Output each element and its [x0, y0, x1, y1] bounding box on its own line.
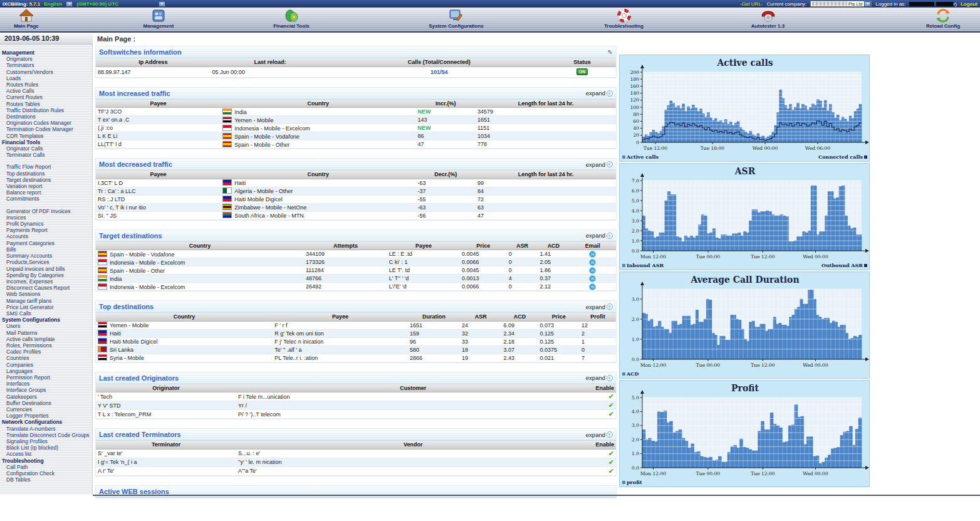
sidebar-item-originator-calls[interactable]: Originator Calls — [0, 145, 92, 152]
sidebar-item-terminators[interactable]: Terminators — [0, 62, 92, 68]
table-row: 88.99.97.14705 Jun 00:00101/54ON — [96, 66, 616, 77]
sidebar-item-loads[interactable]: Loads — [0, 75, 92, 82]
edit-icon[interactable]: ✎ — [608, 49, 613, 56]
flag-icon-spain — [222, 141, 232, 147]
sidebar-item-roles-permissions[interactable]: Roles, Permissions — [0, 342, 92, 349]
sidebar-item-sms-calls[interactable]: SMS Calls — [0, 310, 92, 317]
sidebar-item-incomes-expenses[interactable]: Incomes, Expenses — [0, 278, 92, 285]
company-select[interactable]: Pte Ltd▾ — [810, 1, 872, 7]
sidebar-item-permission-report[interactable]: Permission Report — [0, 374, 92, 381]
sidebar-item-interfaces[interactable]: Interfaces — [0, 381, 92, 387]
sidebar-item-disconnect-causes-report[interactable]: Disconnect Causes Report — [0, 285, 92, 291]
company-dropdown-icon[interactable]: ▾ — [864, 1, 871, 7]
sidebar-item-black-list-ip-blocked-[interactable]: Black List (Ip blocked) — [0, 445, 92, 451]
sidebar-item-countries[interactable]: Countries — [0, 355, 92, 361]
expand-link[interactable]: expand» — [586, 161, 613, 168]
email-icon[interactable]: ✉ — [589, 259, 596, 266]
expand-link[interactable]: expand» — [586, 374, 613, 381]
sidebar-item-price-list-generator[interactable]: Price List Generator — [0, 304, 92, 310]
sidebar-item-terminator-calls[interactable]: Terminator Calls — [0, 152, 92, 158]
language-dropdown-icon[interactable]: ▾ — [66, 1, 73, 7]
sidebar-item-db-tables[interactable]: DB Tables — [0, 476, 92, 483]
sidebar-item-profit-dynamics[interactable]: Profit Dynamics — [0, 221, 92, 227]
sidebar-item-buffer-destinations[interactable]: Buffer Destinations — [0, 400, 92, 406]
sidebar-item-spending-by-categories[interactable]: Spending By Categories — [0, 272, 92, 278]
nav-management[interactable]: Management — [127, 9, 190, 31]
timezone-dropdown-icon[interactable]: ▾ — [159, 1, 165, 7]
sidebar-item-call-path[interactable]: Call Path — [0, 464, 92, 470]
expand-link[interactable]: expand» — [586, 431, 613, 438]
nav-main-page[interactable]: Main Page — [1, 9, 51, 31]
email-icon[interactable]: ✉ — [589, 251, 596, 258]
sidebar-item-balance-report[interactable]: Balance report — [0, 189, 92, 196]
logout-link[interactable]: Logout — [961, 1, 977, 7]
get-url-link[interactable]: -Get URL- — [740, 1, 763, 7]
expand-link[interactable]: expand» — [586, 232, 613, 239]
expand-icon[interactable]: » — [607, 233, 613, 239]
sidebar-item-mail-patterns[interactable]: Mail Patterns — [0, 330, 92, 336]
sidebar-item-originators[interactable]: Originators — [0, 56, 92, 62]
language-select[interactable]: English — [44, 1, 62, 7]
expand-icon[interactable]: » — [607, 303, 613, 310]
sidebar-item-routes-rules[interactable]: Routes Rules — [0, 82, 92, 88]
sidebar-item-active-calls[interactable]: Active Calls — [0, 88, 92, 94]
sidebar-item-cdr-templates[interactable]: CDR Templates — [0, 133, 92, 139]
sidebar-item-commitments[interactable]: Commitments — [0, 196, 92, 202]
sidebar-item-bills[interactable]: Bills — [0, 246, 92, 253]
email-icon[interactable]: ✉ — [589, 267, 596, 274]
sidebar-item-accounts[interactable]: Accounts — [0, 233, 92, 239]
sidebar-item-access-list[interactable]: Access list — [0, 451, 92, 457]
sidebar-item-languages[interactable]: Languages — [0, 368, 92, 374]
sidebar-item-signaling-profiles[interactable]: Signaling Profiles — [0, 438, 92, 445]
sidebar-item-codec-profiles[interactable]: Codec Profiles — [0, 349, 92, 355]
calls-link[interactable]: 101/54 — [430, 69, 448, 75]
email-icon[interactable]: ✉ — [589, 283, 596, 290]
sidebar-item-currencies[interactable]: Currencies — [0, 406, 92, 413]
sidebar-item-payments-report[interactable]: Payments Report — [0, 227, 92, 233]
sidebar-item-products-services[interactable]: Products,Services — [0, 259, 92, 265]
sidebar-item-web-sessions[interactable]: Web Sessions — [0, 291, 92, 297]
email-icon[interactable]: ✉ — [589, 275, 596, 282]
sidebar-item-traffic-flow-report[interactable]: Traffic Flow Report — [0, 164, 92, 170]
sidebar-item-users[interactable]: Users — [0, 323, 92, 329]
sidebar-item-traffic-distribution-rules[interactable]: Traffic Distribution Rules — [0, 107, 92, 113]
sidebar-item-logger-properties[interactable]: Logger Properties — [0, 413, 92, 419]
svg-text:Tue 12:00: Tue 12:00 — [644, 145, 667, 151]
nav-reload-config[interactable]: Reload Config — [909, 9, 977, 31]
sidebar-item-target-destinations[interactable]: Target destinations — [0, 177, 92, 183]
sidebar-item-manage-tariff-plans[interactable]: Manage tariff plans — [0, 298, 92, 304]
sidebar-item-top-destinations[interactable]: Top destinations — [0, 171, 92, 177]
sidebar-item-customers-vendors[interactable]: Customers/Vendors — [0, 69, 92, 75]
expand-link[interactable]: expand» — [586, 303, 613, 310]
sidebar-item-termination-codes-manager[interactable]: Termination Codes Manager — [0, 126, 92, 132]
expand-icon[interactable]: » — [607, 161, 613, 167]
expand-link[interactable]: expand» — [586, 90, 613, 97]
sidebar-item-translate-a-numbers[interactable]: Translate A-numbers — [0, 426, 92, 432]
nav-autotester[interactable]: Autotester 1.3 — [732, 9, 804, 31]
sidebar-item-active-calls-template[interactable]: Active calls template — [0, 336, 92, 342]
top-table: CountryPayeeDurationASRACDPriceProfitYem… — [96, 313, 616, 362]
sidebar-item-summary-accounts[interactable]: Summary Accounts — [0, 253, 92, 259]
table-row: Syria - MobilePL Tele..r i. :ation286619… — [96, 354, 616, 362]
sidebar-item-configuration-check[interactable]: Configuration Check — [0, 470, 92, 476]
sidebar-item-payment-categories[interactable]: Payment Categories — [0, 240, 92, 246]
nav-financial-tools[interactable]: Financial Tools — [257, 9, 326, 31]
sidebar-item-gatekeepers[interactable]: Gatekeepers — [0, 394, 92, 400]
sidebar-item-generator-of-pdf-invoices[interactable]: Generator Of PDF Invoices — [0, 208, 92, 214]
nav-system-configurations[interactable]: System Configurations — [412, 9, 500, 31]
nav-troubleshooting[interactable]: Troubleshooting — [588, 9, 660, 31]
expand-icon[interactable]: » — [607, 375, 613, 381]
sidebar-item-companies[interactable]: Companies — [0, 362, 92, 368]
sidebar-item-invoices[interactable]: Invoices — [0, 214, 92, 221]
sidebar-item-origination-codes-manager[interactable]: Origination Codes Manager — [0, 120, 92, 126]
expand-icon[interactable]: » — [607, 431, 613, 438]
sidebar-item-interface-groups[interactable]: Interface Groups — [0, 387, 92, 393]
svg-text:Wed 00:00: Wed 00:00 — [803, 254, 828, 260]
sidebar-item-current-routes[interactable]: Current Routes — [0, 94, 92, 100]
sidebar-item-unpaid-invoices-and-bills[interactable]: Unpaid invoices and bills — [0, 266, 92, 272]
sidebar-item-destinations[interactable]: Destinations — [0, 113, 92, 120]
sidebar-item-routes-tables[interactable]: Routes Tables — [0, 101, 92, 107]
expand-icon[interactable]: » — [607, 90, 613, 97]
sidebar-item-translate-disconnect-code-groups[interactable]: Translate Disconnect Code Groups — [0, 432, 92, 438]
sidebar-item-variation-report[interactable]: Variation report — [0, 183, 92, 189]
